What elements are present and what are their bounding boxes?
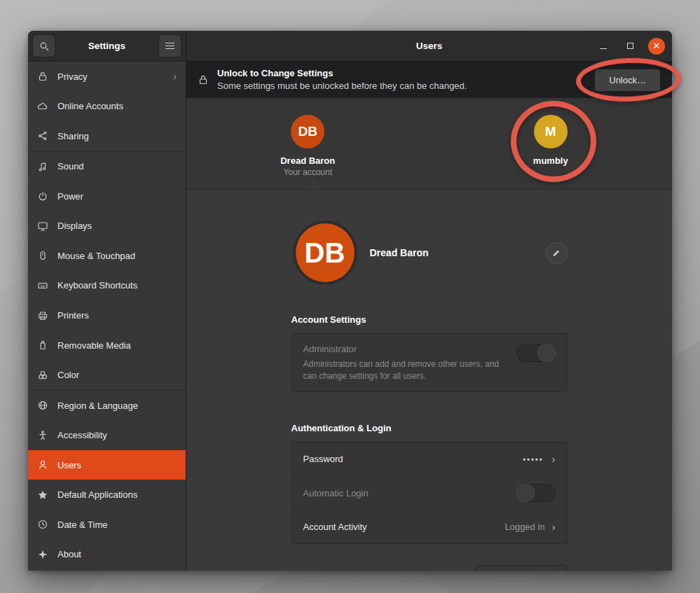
- display-icon: [37, 221, 48, 232]
- close-icon: ✕: [653, 41, 661, 50]
- selected-user-arrow: [304, 180, 322, 189]
- administrator-row: Administrator Administrators can add and…: [292, 334, 567, 391]
- carousel-user-dread-baron[interactable]: DB Dread Baron Your account: [186, 98, 430, 189]
- search-button[interactable]: [32, 34, 55, 57]
- sidebar-item-default-applications[interactable]: Default Applications: [28, 480, 186, 510]
- search-icon: [39, 41, 50, 52]
- account-activity-label: Account Activity: [303, 522, 505, 532]
- unlock-banner-subtitle: Some settings must be unlocked before th…: [217, 80, 586, 92]
- automatic-login-label: Automatic Login: [303, 488, 516, 498]
- sidebar-item-mouse-touchpad[interactable]: Mouse & Touchpad: [28, 241, 186, 271]
- keyboard-icon: [37, 280, 48, 291]
- automatic-login-toggle[interactable]: [516, 484, 556, 502]
- user-name: mumbly: [533, 155, 568, 166]
- authentication-card: Password ••••• › Automatic Login Account…: [291, 442, 568, 544]
- maximize-button[interactable]: [622, 38, 638, 55]
- toggle-knob: [516, 484, 535, 502]
- hamburger-menu-icon: [165, 43, 174, 49]
- sidebar-item-region-language[interactable]: Region & Language: [28, 391, 186, 421]
- star-icon: [37, 489, 48, 501]
- maximize-icon: [627, 43, 633, 49]
- toggle-knob: [537, 344, 556, 362]
- administrator-label: Administrator: [303, 344, 507, 354]
- user-name: Dread Baron: [280, 155, 335, 166]
- unlock-button[interactable]: Unlock…: [594, 69, 661, 92]
- sidebar-item-power[interactable]: Power: [28, 181, 186, 211]
- password-dots: •••••: [523, 455, 543, 463]
- sidebar-nav: Privacy › Online Accounts Sharing Sound: [28, 62, 186, 571]
- chevron-right-icon: ›: [552, 521, 556, 533]
- users-icon: [37, 459, 48, 470]
- power-icon: [37, 190, 48, 202]
- desktop-background: Settings Privacy › Online Accounts Sha: [0, 0, 700, 593]
- chevron-right-icon: ›: [173, 71, 177, 82]
- avatar: DB: [296, 223, 355, 282]
- sidebar-item-sound[interactable]: Sound: [28, 152, 186, 182]
- primary-menu-button[interactable]: [158, 34, 181, 57]
- user-carousel: DB Dread Baron Your account M mumbly: [186, 98, 672, 190]
- user-details: DB Dread Baron Account Settings Administ…: [186, 190, 672, 571]
- account-activity-row[interactable]: Account Activity Logged in ›: [292, 510, 567, 543]
- password-row[interactable]: Password ••••• ›: [292, 442, 567, 476]
- unlock-banner-text: Unlock to Change Settings Some settings …: [217, 67, 586, 92]
- accessibility-icon: [37, 430, 48, 441]
- mouse-icon: [37, 250, 48, 261]
- sidebar-item-users[interactable]: Users: [28, 450, 186, 480]
- cloud-icon: [37, 101, 48, 112]
- clock-icon: [37, 519, 48, 530]
- globe-icon: [37, 400, 48, 411]
- administrator-text: Administrator Administrators can add and…: [303, 344, 516, 383]
- sidebar-item-printers[interactable]: Printers: [28, 300, 186, 330]
- music-note-icon: [37, 161, 48, 172]
- user-subtitle: Your account: [283, 167, 332, 177]
- sidebar-item-online-accounts[interactable]: Online Accounts: [28, 92, 186, 122]
- minimize-button[interactable]: [595, 38, 612, 55]
- color-icon: [37, 370, 48, 381]
- minimize-icon: [600, 48, 607, 49]
- sidebar-item-about[interactable]: About: [28, 540, 186, 570]
- pencil-icon: [551, 249, 562, 258]
- sidebar-item-sharing[interactable]: Sharing: [28, 121, 186, 151]
- section-heading-authentication-login: Authentication & Login: [291, 423, 568, 433]
- administrator-toggle[interactable]: [516, 344, 556, 362]
- titlebar[interactable]: Users ✕: [186, 31, 672, 62]
- administrator-description: Administrators can add and remove other …: [303, 358, 507, 383]
- edit-name-button[interactable]: [546, 242, 568, 264]
- printer-icon: [37, 310, 48, 321]
- unlock-banner: Unlock to Change Settings Some settings …: [186, 62, 672, 98]
- sidebar-item-accessibility[interactable]: Accessibility: [28, 420, 186, 450]
- profile-header: DB Dread Baron: [291, 223, 568, 282]
- chevron-right-icon: ›: [552, 453, 556, 465]
- sidebar-item-privacy[interactable]: Privacy ›: [28, 62, 186, 92]
- sidebar-header: Settings: [28, 31, 186, 62]
- sidebar-title: Settings: [55, 41, 158, 51]
- settings-window: Settings Privacy › Online Accounts Sha: [28, 31, 672, 571]
- padlock-icon: [198, 74, 209, 85]
- sidebar: Settings Privacy › Online Accounts Sha: [28, 31, 186, 571]
- lock-icon: [37, 71, 48, 82]
- window-controls: ✕: [595, 38, 665, 55]
- main-panel: Users ✕ Unlock to Change Settings Some s…: [186, 31, 672, 571]
- sidebar-item-displays[interactable]: Displays: [28, 211, 186, 242]
- password-label: Password: [303, 454, 523, 464]
- account-settings-card: Administrator Administrators can add and…: [291, 333, 568, 392]
- avatar: M: [534, 115, 568, 148]
- profile-name: Dread Baron: [370, 247, 429, 258]
- carousel-user-mumbly[interactable]: M mumbly: [430, 98, 673, 189]
- sidebar-item-date-time[interactable]: Date & Time: [28, 510, 186, 540]
- sidebar-item-color[interactable]: Color: [28, 360, 186, 390]
- sparkle-icon: [37, 549, 48, 560]
- remove-user-button[interactable]: Remove User…: [476, 565, 567, 571]
- account-activity-value: Logged in: [505, 522, 544, 532]
- section-heading-account-settings: Account Settings: [291, 314, 568, 325]
- close-button[interactable]: ✕: [648, 38, 665, 55]
- share-icon: [37, 130, 48, 141]
- avatar: DB: [291, 115, 324, 148]
- automatic-login-row: Automatic Login: [292, 476, 567, 510]
- unlock-banner-title: Unlock to Change Settings: [217, 67, 586, 80]
- sidebar-item-removable-media[interactable]: Removable Media: [28, 330, 186, 361]
- flash-drive-icon: [37, 340, 48, 351]
- sidebar-item-keyboard-shortcuts[interactable]: Keyboard Shortcuts: [28, 271, 186, 301]
